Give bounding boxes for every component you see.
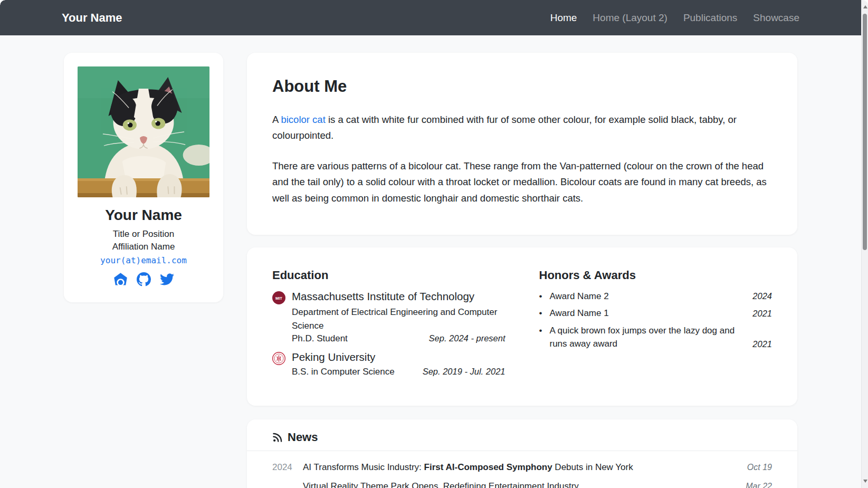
- navbar-links: Home Home (Layout 2) Publications Showca…: [550, 12, 799, 24]
- main-column: About Me A bicolor cat is a cat with whi…: [247, 53, 797, 488]
- navbar: Your Name Home Home (Layout 2) Publicati…: [0, 0, 861, 35]
- homepage-link[interactable]: [113, 272, 128, 286]
- education-school: Peking University: [292, 350, 505, 364]
- about-paragraph-2: There are various patterns of a bicolour…: [272, 158, 772, 206]
- news-card: News 2024 AI Transforms Music Industry: …: [247, 419, 797, 488]
- profile-affiliation: Affiliation Name: [78, 241, 209, 253]
- browser-viewport: Your Name Home Home (Layout 2) Publicati…: [0, 0, 868, 488]
- honors-item: • A quick brown fox jumps over the lazy …: [539, 324, 772, 351]
- cat-photo-illustration: [78, 66, 209, 197]
- news-text-suffix: Debuts in New York: [552, 462, 633, 472]
- scrollbar-up-arrow[interactable]: [862, 3, 868, 11]
- award-year: 2021: [752, 307, 772, 320]
- award-name: Award Name 2: [550, 290, 753, 303]
- about-paragraph-1: A bicolor cat is a cat with white fur co…: [272, 112, 772, 143]
- news-text-bold: First AI-Composed Symphony: [424, 462, 552, 472]
- education-section: Education MIT Massachusetts Institute of…: [272, 269, 505, 384]
- homepage-icon: [113, 272, 128, 286]
- about-title: About Me: [272, 77, 772, 96]
- award-name: A quick brown fox jumps over the lazy do…: [550, 324, 753, 351]
- bullet-icon: •: [539, 290, 550, 303]
- mit-logo: MIT: [272, 291, 285, 304]
- news-text-prefix: Virtual Reality Theme Park Opens, Redefi…: [303, 481, 579, 488]
- nav-link-home[interactable]: Home: [550, 12, 577, 24]
- bullet-icon: •: [539, 307, 550, 320]
- bullet-icon: •: [539, 324, 550, 338]
- award-year: 2021: [752, 338, 772, 351]
- bicolor-cat-link[interactable]: bicolor cat: [281, 114, 325, 125]
- page: Your Name Home Home (Layout 2) Publicati…: [0, 0, 861, 488]
- honors-item: • Award Name 2 2024: [539, 290, 772, 303]
- honors-item: • Award Name 1 2021: [539, 307, 772, 320]
- about-card: About Me A bicolor cat is a cat with whi…: [247, 53, 797, 235]
- news-text-prefix: AI Transforms Music Industry:: [303, 462, 424, 472]
- github-icon: [137, 272, 151, 286]
- rss-icon: [272, 432, 283, 443]
- social-links: [78, 272, 209, 286]
- news-text: Virtual Reality Theme Park Opens, Redefi…: [303, 480, 746, 488]
- about-p1-prefix: A: [272, 114, 281, 125]
- pku-seal-logo: [272, 352, 285, 365]
- award-name: Award Name 1: [550, 307, 753, 320]
- navbar-brand[interactable]: Your Name: [62, 11, 122, 25]
- education-title: Education: [272, 269, 505, 282]
- honors-section: Honors & Awards • Award Name 2 2024 • Aw…: [539, 269, 772, 384]
- education-school: Massachusetts Institute of Technology: [292, 290, 505, 303]
- education-item: Peking University B.S. in Computer Scien…: [272, 350, 505, 377]
- education-degree: B.S. in Computer Science: [292, 367, 395, 377]
- education-department: Department of Electrical Engineering and…: [292, 305, 505, 332]
- twitter-icon: [160, 272, 174, 286]
- education-date: Sep. 2019 - Jul. 2021: [423, 367, 505, 377]
- news-text: AI Transforms Music Industry: First AI-C…: [303, 461, 747, 474]
- news-date: Oct 19: [747, 461, 772, 474]
- profile-photo: [78, 66, 209, 197]
- education-item: MIT Massachusetts Institute of Technolog…: [272, 290, 505, 345]
- award-year: 2024: [752, 290, 772, 303]
- nav-link-home-layout-2[interactable]: Home (Layout 2): [593, 12, 667, 24]
- nav-link-showcase[interactable]: Showcase: [753, 12, 799, 24]
- profile-card: Your Name Title or Position Affiliation …: [64, 53, 223, 302]
- scrollbar-thumb[interactable]: [863, 14, 867, 250]
- about-p1-suffix: is a cat with white fur combined with fu…: [272, 114, 737, 141]
- education-degree: Ph.D. Student: [292, 333, 348, 344]
- news-row: Virtual Reality Theme Park Opens, Redefi…: [272, 477, 772, 488]
- honors-title: Honors & Awards: [539, 269, 772, 282]
- honors-list: • Award Name 2 2024 • Award Name 1 2021: [539, 290, 772, 351]
- vertical-scrollbar: [861, 0, 868, 488]
- news-date: Mar 22: [746, 480, 772, 488]
- profile-name: Your Name: [78, 207, 209, 224]
- education-honors-card: Education MIT Massachusetts Institute of…: [247, 247, 797, 406]
- github-link[interactable]: [137, 272, 151, 286]
- twitter-link[interactable]: [160, 272, 174, 286]
- mit-logo-text: MIT: [275, 296, 282, 301]
- education-date: Sep. 2024 - present: [429, 333, 505, 343]
- news-year: 2024: [272, 461, 303, 474]
- news-list: 2024 AI Transforms Music Industry: First…: [247, 451, 797, 488]
- profile-email-link[interactable]: your(at)email.com: [100, 255, 187, 265]
- news-row: 2024 AI Transforms Music Industry: First…: [272, 458, 772, 477]
- news-title: News: [288, 430, 318, 444]
- scrollbar-down-arrow[interactable]: [862, 477, 868, 485]
- nav-link-publications[interactable]: Publications: [683, 12, 737, 24]
- profile-title: Title or Position: [78, 228, 209, 241]
